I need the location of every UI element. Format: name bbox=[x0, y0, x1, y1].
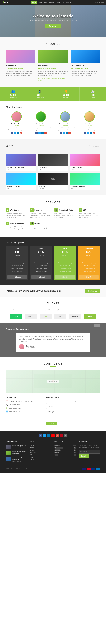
about-choose-highlight: Dolor sit amet ed of level bbox=[71, 67, 100, 70]
footer-cat-4: Motion 3 bbox=[54, 452, 76, 454]
plan-name-basic: BASIC bbox=[31, 248, 51, 250]
about-col-who: Who We Are Dolor sit amet ed of level Lo… bbox=[6, 50, 35, 82]
work-title-6: Digital Menu Bigger bbox=[71, 186, 99, 187]
footer-menu-home[interactable]: Home bbox=[30, 445, 52, 446]
work-filter[interactable]: All Portfolios bbox=[89, 145, 100, 148]
footer-menu-about[interactable]: About bbox=[30, 447, 52, 449]
googleplus-icon-1[interactable]: g+ bbox=[20, 132, 22, 134]
testimonial-nav: ‹ › bbox=[94, 324, 100, 327]
twitter-icon-4[interactable]: t bbox=[87, 132, 89, 134]
contact-message-input[interactable] bbox=[46, 410, 100, 420]
footer: f t in ▶ g+ p ✉ Latest Articles Lorem ip… bbox=[0, 431, 106, 472]
testimonial-next-button[interactable]: › bbox=[97, 324, 100, 327]
twitter-icon-3[interactable]: t bbox=[63, 132, 65, 134]
googleplus-icon-2[interactable]: g+ bbox=[44, 132, 47, 134]
plan-prem-f4: Cum sociis natoque bbox=[79, 267, 99, 270]
nav-link-work[interactable]: Work bbox=[44, 2, 47, 3]
nav-link-blog[interactable]: Blog bbox=[62, 2, 65, 3]
work-item-4[interactable]: Website Showcase Web bbox=[6, 173, 36, 190]
nav-logo[interactable]: flastic bbox=[2, 1, 8, 4]
plan-premium-button[interactable]: Sign Up bbox=[79, 275, 99, 279]
service-seo: 🔍 SEO Lorem ipsum dolor sit amet, consec… bbox=[79, 208, 100, 219]
twitter-icon-2[interactable]: t bbox=[38, 132, 41, 134]
team-text-4: Fusce suscipit varius mi. Cum sociis nat… bbox=[79, 127, 100, 131]
client-logo-2: Plextor bbox=[25, 314, 37, 319]
newsletter-email-input[interactable] bbox=[79, 450, 100, 454]
team-section: Meet the Team Caroline Banks Designer Fu… bbox=[0, 100, 106, 139]
contact-name-input[interactable] bbox=[46, 400, 72, 404]
footer-linkedin-icon[interactable]: in bbox=[47, 434, 50, 438]
plan-free-button[interactable]: Get Started bbox=[7, 275, 27, 279]
client-logo-6: AKTX bbox=[84, 314, 96, 319]
client-logo-5: Familiar bbox=[69, 314, 81, 319]
contact-subject-input[interactable] bbox=[46, 405, 100, 409]
linkedin-icon-2[interactable]: in bbox=[41, 132, 44, 134]
about-divider bbox=[50, 46, 56, 47]
contact-phone-row: 📞 +1 234 567 890 bbox=[6, 404, 42, 406]
footer-pinterest-icon[interactable]: p bbox=[60, 434, 63, 438]
testimonials-title: Customer Testimonials bbox=[6, 328, 100, 330]
service-empty-2 bbox=[79, 222, 100, 232]
work-thumb-5: BK bbox=[38, 173, 68, 185]
nav-link-home[interactable]: Home bbox=[31, 1, 37, 4]
footer-facebook-icon[interactable]: f bbox=[39, 434, 42, 438]
work-item-6[interactable]: Digital Menu Bigger App bbox=[70, 173, 100, 190]
footer-email-icon[interactable]: ✉ bbox=[64, 434, 67, 438]
nav-link-about[interactable]: About bbox=[39, 2, 43, 3]
linkedin-icon-4[interactable]: in bbox=[90, 132, 92, 134]
work-thumb-2 bbox=[38, 154, 68, 166]
footer-googleplus-icon[interactable]: g+ bbox=[56, 434, 59, 438]
footer-youtube-icon[interactable]: ▶ bbox=[51, 434, 55, 438]
service-br-text: Lorem ipsum dolor sit amet, consectetur … bbox=[30, 212, 52, 219]
plan-basic-button[interactable]: Get Started bbox=[31, 275, 51, 279]
testimonial-prev-button[interactable]: ‹ bbox=[94, 324, 97, 327]
footer-article-2: Fusce suscipit varius mi natoque January… bbox=[6, 451, 27, 456]
work-item-5[interactable]: BK Real Life Branding bbox=[38, 173, 68, 190]
googleplus-icon-3[interactable]: g+ bbox=[68, 132, 71, 134]
nav-link-services[interactable]: Services bbox=[49, 2, 54, 3]
footer-menu-blog[interactable]: Blog bbox=[30, 456, 52, 458]
article-thumb-3 bbox=[6, 457, 11, 461]
facebook-icon-3[interactable]: f bbox=[60, 132, 62, 134]
footer-menu-clients[interactable]: Clients bbox=[30, 454, 52, 456]
linkedin-icon-1[interactable]: in bbox=[17, 132, 19, 134]
twitter-icon-1[interactable]: t bbox=[14, 132, 16, 134]
facebook-icon-2[interactable]: f bbox=[35, 132, 38, 134]
contact-submit-button[interactable]: Submit bbox=[46, 422, 57, 425]
plan-pro-button[interactable]: Sign Up bbox=[55, 275, 75, 279]
contact-email-input[interactable] bbox=[74, 400, 100, 404]
web-design-icon: 🖥 bbox=[6, 208, 9, 212]
nav-link-contact[interactable]: Contact bbox=[66, 2, 71, 3]
plan-pro-f3: Fusce suscipit varius bbox=[55, 264, 75, 267]
work-item-1[interactable]: Ultrameme Admin Bigger App bbox=[6, 154, 36, 171]
footer-newsletter-title: Newsletter bbox=[79, 440, 100, 443]
hero-cta-button[interactable]: Get Started bbox=[45, 24, 61, 28]
footer-menu-contact[interactable]: Contact bbox=[30, 459, 52, 460]
contact-address-row: 📍 123 Main Street, New York, NY 10001 bbox=[6, 400, 42, 402]
footer-bottom: © 2014 Flatastic. All rights reserved. V… bbox=[6, 466, 100, 470]
nav-links: Home About Work Services Clients Blog Co… bbox=[31, 1, 71, 4]
service-empty-1 bbox=[54, 222, 76, 232]
cta-button[interactable]: Contact Us bbox=[85, 289, 100, 293]
nav-link-clients[interactable]: Clients bbox=[56, 2, 61, 3]
facebook-icon-1[interactable]: f bbox=[11, 132, 13, 134]
service-an-text: Lorem ipsum dolor sit amet, consectetur … bbox=[54, 212, 76, 219]
work-item-3[interactable]: Logo Showcase Logo bbox=[70, 154, 100, 171]
googleplus-icon-4[interactable]: g+ bbox=[93, 132, 95, 134]
footer-menu-work[interactable]: Work bbox=[30, 450, 52, 451]
team-text-2: Fusce suscipit varius mi. Cum sociis nat… bbox=[30, 127, 52, 131]
footer-menu-services[interactable]: Services bbox=[30, 452, 52, 454]
newsletter-subscribe-button[interactable]: Subscribe bbox=[79, 454, 89, 458]
facebook-icon-4[interactable]: f bbox=[84, 132, 86, 134]
payment-icons: VISA MC PP AE bbox=[82, 468, 100, 470]
article-thumb-2 bbox=[6, 451, 11, 455]
plan-free-f4: Cum sociis natoque bbox=[7, 267, 27, 270]
client-logo-3: Spil bbox=[40, 314, 52, 319]
team-role-1: Designer bbox=[6, 125, 27, 126]
linkedin-icon-3[interactable]: in bbox=[66, 132, 68, 134]
work-item-2[interactable]: Close Menu App bbox=[38, 154, 68, 171]
footer-twitter-icon[interactable]: t bbox=[43, 434, 46, 438]
contact-info-block: Contact Info 📍 123 Main Street, New York… bbox=[6, 396, 42, 425]
team-text-1: Fusce suscipit varius mi. Cum sociis nat… bbox=[6, 127, 27, 131]
footer-social-bar: f t in ▶ g+ p ✉ bbox=[6, 434, 100, 438]
